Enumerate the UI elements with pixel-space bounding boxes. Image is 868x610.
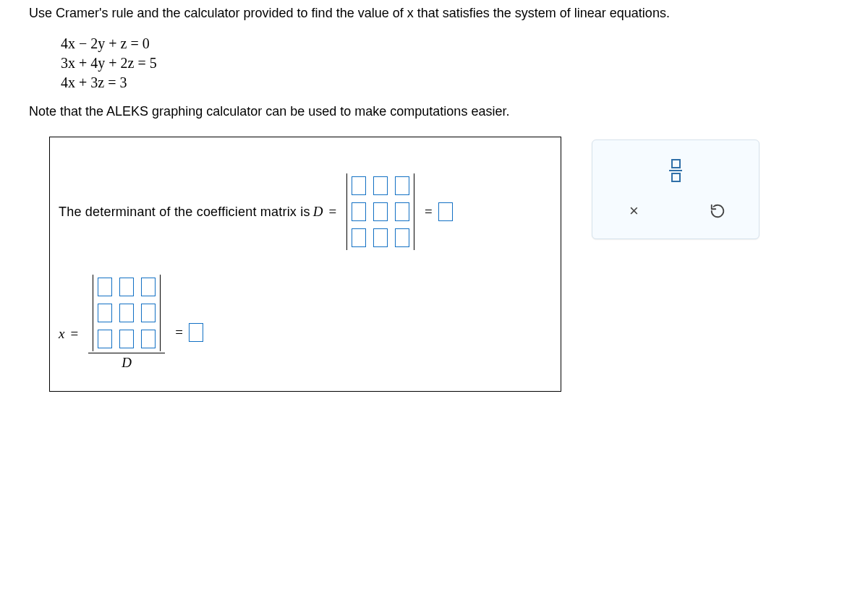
problem-instruction: Use Cramer's rule and the calculator pro… [29, 6, 839, 21]
d-cell-2-2[interactable] [373, 202, 388, 221]
d-cell-2-1[interactable] [352, 202, 366, 221]
dx-cell-2-1[interactable] [98, 304, 112, 322]
dx-cell-2-3[interactable] [141, 304, 156, 322]
determinant-label: The determinant of the coefficient matri… [59, 205, 310, 220]
x-variable: x [59, 326, 64, 342]
equation-line-1: 4x − 2y + z = 0 [61, 34, 839, 53]
equation-line-3: 4x + 3z = 3 [61, 73, 839, 93]
dx-cell-1-2[interactable] [119, 278, 134, 296]
d-cell-1-3[interactable] [395, 176, 409, 195]
determinant-row: The determinant of the coefficient matri… [59, 173, 552, 250]
dx-cell-3-3[interactable] [141, 330, 156, 348]
dx-cell-3-2[interactable] [119, 330, 134, 348]
x-result-input[interactable] [189, 323, 203, 342]
clear-button[interactable]: × [618, 197, 650, 225]
dx-cell-3-1[interactable] [98, 330, 112, 348]
d-matrix [346, 173, 414, 250]
equation-line-2: 3x + 4y + 2z = 5 [61, 53, 839, 73]
equation-system: 4x − 2y + z = 0 3x + 4y + 2z = 5 4x + 3z… [61, 34, 839, 93]
d-cell-1-1[interactable] [352, 176, 366, 195]
reset-icon [710, 203, 726, 219]
x-denominator: D [122, 353, 132, 371]
d-cell-2-3[interactable] [395, 202, 409, 221]
d-cell-3-2[interactable] [373, 228, 388, 247]
d-cell-3-1[interactable] [352, 228, 366, 247]
d-result-input[interactable] [438, 202, 453, 221]
work-box: The determinant of the coefficient matri… [49, 137, 561, 392]
d-cell-3-3[interactable] [395, 228, 409, 247]
dx-cell-1-1[interactable] [98, 278, 112, 296]
dx-matrix [93, 275, 161, 351]
equals-sign-2: = [425, 204, 433, 220]
dx-cell-1-3[interactable] [141, 278, 156, 296]
fraction-icon [669, 159, 682, 182]
d-cell-1-2[interactable] [373, 176, 388, 195]
equals-sign: = [328, 204, 336, 220]
note-text: Note that the ALEKS graphing calculator … [29, 104, 839, 119]
fraction-tool-button[interactable] [660, 156, 692, 185]
close-icon: × [629, 202, 639, 220]
x-solution-row: x = [59, 275, 552, 371]
x-fraction: D [88, 275, 165, 371]
d-variable: D [313, 204, 323, 220]
equals-sign-4: = [175, 325, 183, 340]
reset-button[interactable] [702, 197, 733, 225]
dx-cell-2-2[interactable] [119, 304, 134, 322]
equals-sign-3: = [70, 326, 78, 342]
tool-panel: × [592, 139, 760, 239]
